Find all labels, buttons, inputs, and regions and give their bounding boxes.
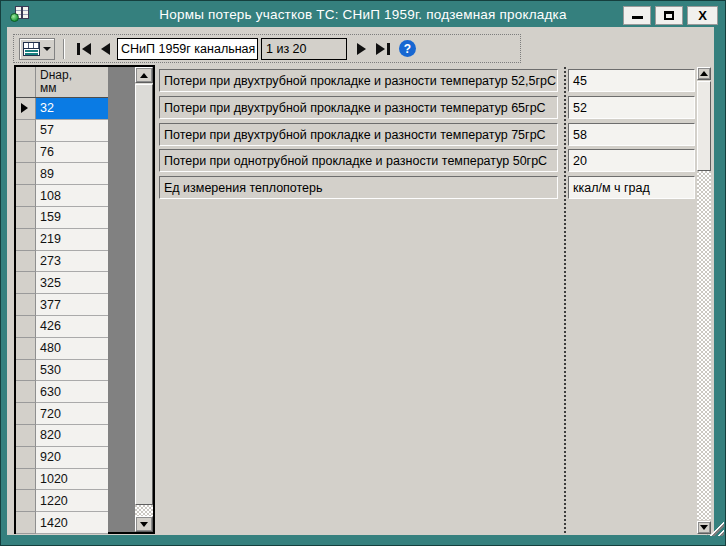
row-selector-cell[interactable] [16,294,36,316]
last-record-button[interactable] [371,38,395,60]
table-row[interactable]: 89 [16,163,108,185]
field-row: Потери при двухтрубной прокладке и разно… [159,123,711,146]
row-selector-cell[interactable] [16,469,36,491]
field-value-input[interactable]: 58 [568,123,695,146]
diameter-cell[interactable]: 273 [36,251,108,273]
diameter-cell[interactable]: 108 [36,185,108,207]
diameter-cell[interactable]: 530 [36,360,108,382]
table-row[interactable]: 76 [16,142,108,164]
diameter-cell[interactable]: 57 [36,120,108,142]
table-row[interactable]: 325 [16,272,108,294]
grid-header-line1: Dнар, [40,68,72,82]
diameter-cell[interactable]: 720 [36,403,108,425]
scrollbar-thumb[interactable] [135,84,153,505]
minimize-button[interactable] [623,6,651,25]
diameter-cell[interactable]: 219 [36,229,108,251]
field-label: Потери при двухтрубной прокладке и разно… [159,96,558,119]
scroll-down-button[interactable] [135,516,153,532]
help-button[interactable]: ? [399,40,416,57]
diameter-cell[interactable]: 89 [36,163,108,185]
record-position-box[interactable]: 1 из 20 [261,38,347,60]
diameter-cell[interactable]: 426 [36,316,108,338]
table-menu-button[interactable] [19,38,55,60]
row-selector-cell[interactable] [16,272,36,294]
scroll-up-button[interactable] [697,67,711,80]
fields-panel: Потери при двухтрубной прокладке и разно… [159,67,711,534]
row-selector-cell[interactable] [16,207,36,229]
row-selector-cell[interactable] [16,98,36,120]
diameter-cell[interactable]: 325 [36,272,108,294]
prev-record-button[interactable] [96,38,115,60]
row-selector-cell[interactable] [16,360,36,382]
fields-vertical-scrollbar[interactable] [697,67,711,534]
table-row[interactable]: 1420 [16,512,108,534]
titlebar[interactable]: Нормы потерь участков ТС: СНиП 1959г. по… [1,1,725,27]
grid-header-diameter[interactable]: Dнар, мм [36,67,108,97]
scroll-up-button[interactable] [135,67,153,83]
diameter-cell[interactable]: 76 [36,142,108,164]
table-row[interactable]: 159 [16,207,108,229]
field-value-input[interactable]: 45 [568,69,695,92]
table-row[interactable]: 377 [16,294,108,316]
diameter-cell[interactable]: 159 [36,207,108,229]
field-value-input[interactable]: ккал/м ч град [568,176,695,199]
row-selector-cell[interactable] [16,490,36,512]
grid-header-line2: мм [40,81,57,95]
row-selector-cell[interactable] [16,120,36,142]
scrollbar-track[interactable] [697,171,711,520]
chevron-down-icon [43,47,51,51]
grid-header-selector-cell [16,67,36,97]
row-selector-cell[interactable] [16,512,36,534]
table-row[interactable]: 1020 [16,469,108,491]
row-selector-cell[interactable] [16,251,36,273]
label-value-splitter[interactable] [564,67,566,534]
table-row[interactable]: 426 [16,316,108,338]
scrollbar-thumb[interactable] [697,81,711,171]
first-record-button[interactable] [72,38,96,60]
diameter-cell[interactable]: 1020 [36,469,108,491]
table-row[interactable]: 720 [16,403,108,425]
diameter-cell[interactable]: 1420 [36,512,108,534]
toolbar-separator [63,39,65,59]
diameter-cell[interactable]: 1220 [36,490,108,512]
field-label: Потери при двухтрубной прокладке и разно… [159,123,558,146]
table-row[interactable]: 920 [16,447,108,469]
table-row[interactable]: 480 [16,338,108,360]
row-selector-cell[interactable] [16,229,36,251]
row-selector-cell[interactable] [16,142,36,164]
field-value-input[interactable]: 52 [568,96,695,119]
table-row[interactable]: 530 [16,360,108,382]
next-record-button[interactable] [352,38,371,60]
row-selector-cell[interactable] [16,425,36,447]
table-row[interactable]: 820 [16,425,108,447]
field-value-input[interactable]: 20 [568,149,695,172]
table-row[interactable]: 219 [16,229,108,251]
row-selector-cell[interactable] [16,403,36,425]
row-selector-cell[interactable] [16,316,36,338]
diameter-cell[interactable]: 32 [36,98,108,120]
diameter-cell[interactable]: 920 [36,447,108,469]
diameter-cell[interactable]: 630 [36,381,108,403]
close-button[interactable]: X [687,6,718,25]
diameter-cell[interactable]: 820 [36,425,108,447]
navigator-toolbar: СНиП 1959г канальная и 1 из 20 ? [13,34,521,63]
recordset-name-input[interactable]: СНиП 1959г канальная и [117,38,258,60]
diameter-cell[interactable]: 377 [36,294,108,316]
maximize-button[interactable] [655,6,683,25]
row-selector-cell[interactable] [16,163,36,185]
diameter-cell[interactable]: 480 [36,338,108,360]
grid-body: 3257768910815921927332537742648053063072… [16,98,108,534]
row-selector-cell[interactable] [16,447,36,469]
table-row[interactable]: 32 [16,98,108,120]
table-row[interactable]: 108 [16,185,108,207]
table-row[interactable]: 57 [16,120,108,142]
field-label: Потери при двухтрубной прокладке и разно… [159,69,558,92]
row-selector-cell[interactable] [16,185,36,207]
row-selector-cell[interactable] [16,338,36,360]
scroll-down-button[interactable] [697,521,711,534]
grid-vertical-scrollbar[interactable] [135,67,153,532]
table-row[interactable]: 630 [16,381,108,403]
table-row[interactable]: 273 [16,251,108,273]
row-selector-cell[interactable] [16,381,36,403]
table-row[interactable]: 1220 [16,490,108,512]
